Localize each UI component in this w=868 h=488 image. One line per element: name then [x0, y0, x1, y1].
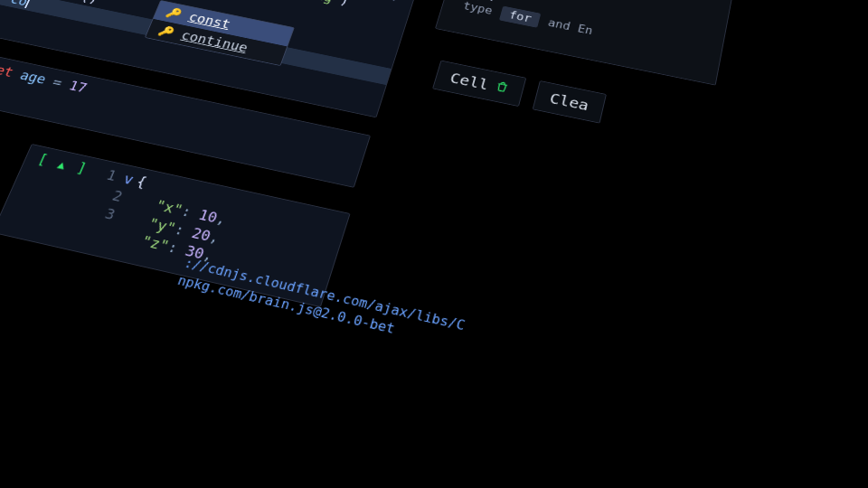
cell-button[interactable]: Cell — [432, 61, 526, 107]
trash-icon — [493, 80, 510, 96]
clear-label: Clea — [549, 91, 590, 112]
chip-for: for — [499, 6, 541, 28]
key-icon: 🔑 — [156, 24, 176, 40]
cell-label: Cell — [448, 70, 490, 91]
clear-button[interactable]: Clea — [532, 80, 606, 124]
main-editor: [ 0 ] 1 v 2 3 4 5 6 7 async function som… — [0, 0, 423, 117]
doc-list-item: Bracket pairing — [478, 0, 713, 1]
code-area[interactable]: { "x": 10, "y": 20, "z": 30, — [112, 174, 248, 270]
doc-example: eg : type for and En — [461, 0, 704, 61]
doc-actions: Cell Clea — [413, 45, 624, 139]
cell-prompt-up[interactable]: [ ▲ ] — [0, 149, 102, 236]
code-area[interactable]: let age = 17 — [0, 61, 100, 117]
gutter: 1 v 2 3 — [72, 164, 140, 245]
key-icon: 🔑 — [165, 6, 184, 21]
doc-list-item: State & Methods — [473, 0, 710, 19]
doc-card: Javascript Language Bracket pairing Stat… — [435, 0, 741, 86]
triangle-up-icon: ▲ — [56, 158, 70, 172]
